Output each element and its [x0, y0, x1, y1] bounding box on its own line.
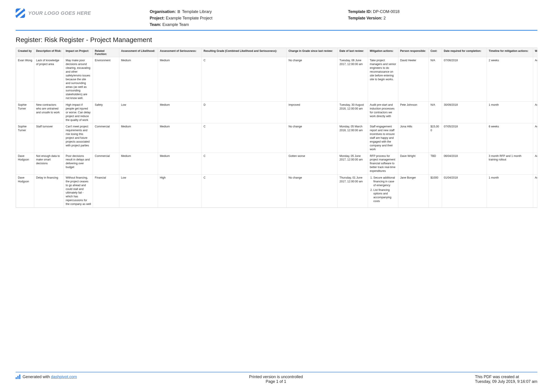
- cell-created_by: Evan Wong: [16, 57, 34, 102]
- cell-change: No change: [287, 174, 338, 207]
- column-header: Change in Grade since last review:: [287, 48, 338, 57]
- cell-likelihood: Low: [119, 174, 158, 207]
- column-header: Resulting Grade (Combined Likelihood and…: [201, 48, 286, 57]
- cell-work: Activity: [533, 102, 537, 123]
- cell-created_by: Sophie Turner: [16, 102, 34, 123]
- cell-description: Delay in financing: [34, 174, 64, 207]
- created-at-value: Tuesday, 09 July 2019, 9:16:07 am: [475, 379, 537, 384]
- cell-function: Safety: [93, 102, 119, 123]
- footer-center: Printed version is uncontrolled Page 1 o…: [249, 375, 303, 384]
- bar-chart-icon: [16, 375, 20, 379]
- cell-description: Staff turnover: [34, 123, 64, 153]
- column-header: Cost:: [429, 48, 442, 57]
- footer-left: Generated with dashpivot.com: [16, 375, 77, 384]
- table-row: Dave HodgsonDelay in financingWithout fi…: [16, 174, 538, 207]
- cell-timeline: 1 month: [487, 102, 533, 123]
- cell-grade: D: [201, 102, 286, 123]
- cell-seriousness: High: [158, 174, 202, 207]
- generated-prefix: Generated with: [23, 375, 51, 379]
- table-header-row: Created byDescription of Risk:Impact on …: [16, 48, 538, 57]
- cell-change: No change: [287, 57, 338, 102]
- created-at-label: This PDF was created at: [475, 375, 537, 379]
- cell-timeline: 2 weeks: [487, 57, 533, 102]
- column-header: Work I: [533, 48, 537, 57]
- column-header: Date of last review:: [338, 48, 368, 57]
- cell-impact: Can't meet project requirements and risk…: [64, 123, 93, 153]
- cell-mitigation: Take project managers and senior enginee…: [368, 57, 398, 102]
- mitigation-list-item: Secure additional financing in case of e…: [373, 176, 396, 187]
- logo-text: YOUR LOGO GOES HERE: [28, 10, 91, 16]
- cell-last_review: Thursday, 01 June 2017, 12:00:00 am: [338, 174, 368, 207]
- mitigation-list-item: List financing options and accompanying …: [373, 188, 396, 203]
- cell-mitigation: Audit pre-start and induction processes …: [368, 102, 398, 123]
- cell-function: Commercial: [93, 153, 119, 174]
- cell-likelihood: Low: [119, 102, 158, 123]
- meta-right: Template ID: DP-COM-0018 Template Versio…: [348, 8, 538, 21]
- cell-completion: 30/09/2018: [442, 102, 487, 123]
- cell-likelihood: Medium: [119, 123, 158, 153]
- cell-completion: 07/06/2018: [442, 57, 487, 102]
- footer-rule: [16, 372, 537, 372]
- column-header: Description of Risk:: [34, 48, 64, 57]
- cell-responsible: David Heeler: [398, 57, 429, 102]
- cell-cost: $15,000: [429, 123, 442, 153]
- cell-grade: C: [201, 57, 286, 102]
- cell-function: Commercial: [93, 123, 119, 153]
- cell-responsible: Jona Hills: [398, 123, 429, 153]
- cell-cost: N/A: [429, 57, 442, 102]
- cell-grade: C: [201, 174, 286, 207]
- cell-seriousness: Medium: [158, 102, 202, 123]
- cell-cost: N/A: [429, 102, 442, 123]
- column-header: Date required for completion:: [442, 48, 487, 57]
- cell-last_review: Tuesday, 06 June 2017, 12:00:00 am: [338, 57, 368, 102]
- cell-last_review: Tuesday, 30 August 2016, 12:00:00 am: [338, 102, 368, 123]
- cell-function: Financial: [93, 174, 119, 207]
- template-version-value: 2: [383, 16, 386, 20]
- cell-change: Gotten worse: [287, 153, 338, 174]
- cell-timeline: 6 weeks: [487, 123, 533, 153]
- logo-icon: [16, 8, 25, 18]
- cell-completion: 01/04/2018: [442, 174, 487, 207]
- template-id-value: DP-COM-0018: [373, 9, 400, 14]
- cell-created_by: Sophie Turner: [16, 123, 34, 153]
- template-version-label: Template Version:: [348, 16, 382, 20]
- cell-grade: C: [201, 153, 286, 174]
- cell-description: Not enough data to make smart decisions: [34, 153, 64, 174]
- table-row: Sophie TurnerStaff turnoverCan't meet pr…: [16, 123, 538, 153]
- column-header: Person responsible:: [398, 48, 429, 57]
- cell-mitigation: Secure additional financing in case of e…: [368, 174, 398, 207]
- dashpivot-link[interactable]: dashpivot.com: [51, 375, 77, 379]
- cell-change: No change: [287, 123, 338, 153]
- page-title: Register: Risk Register - Project Manage…: [16, 36, 537, 44]
- table-row: Sophie TurnerNew contractors who are unt…: [16, 102, 538, 123]
- header-rule: [16, 30, 537, 31]
- cell-likelihood: Medium: [119, 153, 158, 174]
- cell-mitigation: Staff engagement report and new staff in…: [368, 123, 398, 153]
- template-id-label: Template ID:: [348, 9, 372, 14]
- project-value: Example Template Project: [166, 16, 213, 20]
- team-label: Team:: [150, 22, 161, 27]
- cell-created_by: Dave Hodgson: [16, 153, 34, 174]
- cell-description: Lack of knowledge of project area: [34, 57, 64, 102]
- uncontrolled-text: Printed version is uncontrolled: [249, 375, 303, 379]
- table-row: Evan WongLack of knowledge of project ar…: [16, 57, 538, 102]
- project-label: Project:: [150, 16, 165, 20]
- cell-responsible: Dave Wright: [398, 153, 429, 174]
- cell-completion: 06/04/2018: [442, 153, 487, 174]
- cell-work: Activity: [533, 57, 537, 102]
- document-header: YOUR LOGO GOES HERE Organisation: 🗎 Temp…: [16, 8, 537, 28]
- cell-impact: High impact if people get injured or wor…: [64, 102, 93, 123]
- cell-completion: 07/05/2018: [442, 123, 487, 153]
- org-label: Organisation:: [150, 9, 176, 14]
- cell-last_review: Monday, 05 March 2018, 12:00:00 am: [338, 123, 368, 153]
- cell-responsible: Pete Johnson: [398, 102, 429, 123]
- cell-seriousness: Medium: [158, 123, 202, 153]
- column-header: Created by: [16, 48, 34, 57]
- cell-impact: Without financing, the project ceases to…: [64, 174, 93, 207]
- column-header: Impact on Project:: [64, 48, 93, 57]
- cell-timeline: 1 month: [487, 174, 533, 207]
- cell-work: Activity: [533, 153, 537, 174]
- cell-impact: Poor decisions result in delays and deli…: [64, 153, 93, 174]
- meta-left: Organisation: 🗎 Template Library Project…: [150, 8, 339, 28]
- team-value: Example Team: [162, 22, 189, 27]
